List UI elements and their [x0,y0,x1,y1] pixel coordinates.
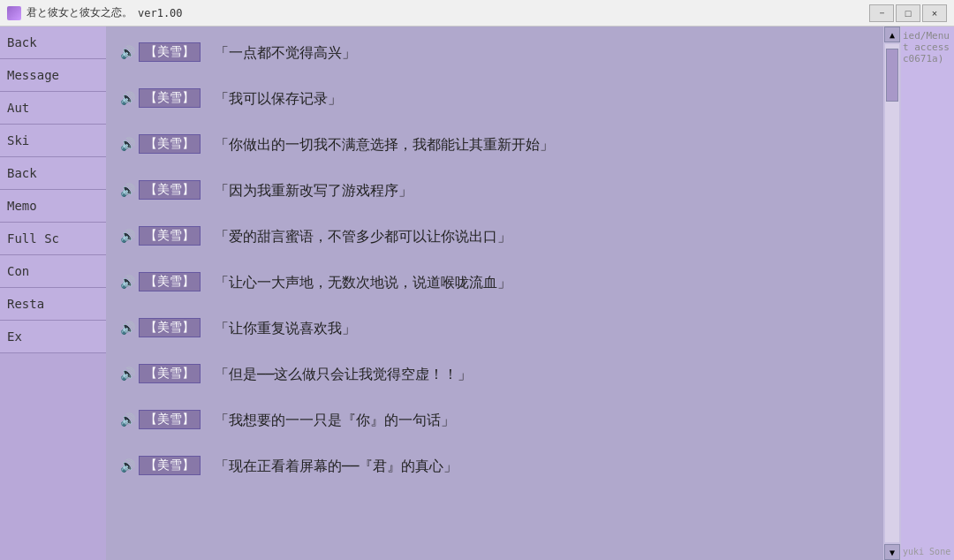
main-dialog-area: 🔊【美雪】「一点都不觉得高兴」🔊【美雪】「我可以保存记录」🔊【美雪】「你做出的一… [106,26,901,560]
dialog-line-2[interactable]: 🔊【美雪】「你做出的一切我不满意选择，我都能让其重新开始」 [106,125,901,171]
sidebar-item-config[interactable]: Con [0,255,106,288]
minimize-button[interactable]: － [869,4,894,22]
dialog-line-1[interactable]: 🔊【美雪】「我可以保存记录」 [106,79,901,125]
dialog-line-9[interactable]: 🔊【美雪】「现在正看着屏幕的──『君』的真心」 [106,447,901,493]
speaker-block-8: 🔊【美雪】 [120,410,201,429]
sound-icon-9[interactable]: 🔊 [120,458,135,473]
dialog-text-7: 「但是──这么做只会让我觉得空虚！！」 [201,364,887,385]
app-version: ver1.00 [138,7,183,19]
sound-icon-2[interactable]: 🔊 [120,137,135,151]
speaker-name-0: 【美雪】 [139,42,201,62]
speaker-block-7: 🔊【美雪】 [120,364,201,383]
dialog-text-0: 「一点都不觉得高兴」 [201,42,887,64]
dialog-text-9: 「现在正看着屏幕的──『君』的真心」 [201,456,887,477]
speaker-block-0: 🔊【美雪】 [120,42,201,62]
title-bar-controls: － □ × [869,4,947,22]
sidebar-item-restart[interactable]: Resta [0,288,106,321]
app-icon [7,6,21,20]
speaker-block-5: 🔊【美雪】 [120,272,201,291]
sound-icon-6[interactable]: 🔊 [120,321,135,335]
title-bar: 君と彼女と彼女之恋。 ver1.00 － □ × [0,0,954,26]
dialog-line-6[interactable]: 🔊【美雪】「让你重复说喜欢我」 [106,309,901,355]
sound-icon-0[interactable]: 🔊 [120,45,135,59]
sidebar-item-fullscreen[interactable]: Full Sc [0,223,106,255]
speaker-block-2: 🔊【美雪】 [120,134,201,154]
dialog-list[interactable]: 🔊【美雪】「一点都不觉得高兴」🔊【美雪】「我可以保存记录」🔊【美雪】「你做出的一… [106,26,901,560]
scroll-down-button[interactable]: ▼ [884,544,900,560]
dialog-text-1: 「我可以保存记录」 [201,88,887,110]
dialog-text-8: 「我想要的一一只是『你』的一句话」 [201,410,887,431]
sound-icon-5[interactable]: 🔊 [120,275,135,289]
dialog-line-8[interactable]: 🔊【美雪】「我想要的一一只是『你』的一句话」 [106,401,901,447]
speaker-name-5: 【美雪】 [139,272,201,291]
app-title: 君と彼女と彼女之恋。 [26,5,132,20]
sidebar-item-message[interactable]: Message [0,59,106,92]
sidebar: BackMessageAutSkiBackMemoFull ScConResta… [0,26,106,560]
dialog-text-3: 「因为我重新改写了游戏程序」 [201,180,887,201]
scrollbar-thumb[interactable] [886,49,898,102]
speaker-name-8: 【美雪】 [139,410,201,429]
scrollbar-track[interactable] [885,44,899,542]
sidebar-item-auto[interactable]: Aut [0,92,106,125]
dialog-line-3[interactable]: 🔊【美雪】「因为我重新改写了游戏程序」 [106,171,901,217]
sidebar-item-skip[interactable]: Ski [0,125,106,157]
speaker-name-4: 【美雪】 [139,226,201,246]
speaker-block-3: 🔊【美雪】 [120,180,201,200]
sidebar-item-exit[interactable]: Ex [0,321,106,353]
close-button[interactable]: × [922,4,947,22]
right-panel-bottom-text: yuki Sone [901,543,954,560]
sidebar-item-memo[interactable]: Memo [0,190,106,223]
dialog-text-5: 「让心一大声地，无数次地说，说道喉咙流血」 [201,272,887,293]
sidebar-item-backlog[interactable]: Back [0,157,106,190]
title-bar-left: 君と彼女と彼女之恋。 ver1.00 [7,5,183,20]
sound-icon-7[interactable]: 🔊 [120,367,135,381]
dialog-line-5[interactable]: 🔊【美雪】「让心一大声地，无数次地说，说道喉咙流血」 [106,263,901,309]
sidebar-item-back[interactable]: Back [0,26,106,59]
speaker-name-7: 【美雪】 [139,364,201,383]
speaker-block-1: 🔊【美雪】 [120,88,201,108]
speaker-block-4: 🔊【美雪】 [120,226,201,246]
dialog-line-4[interactable]: 🔊【美雪】「爱的甜言蜜语，不管多少都可以让你说出口」 [106,217,901,263]
maximize-button[interactable]: □ [896,4,920,22]
dialog-line-0[interactable]: 🔊【美雪】「一点都不觉得高兴」 [106,34,901,79]
speaker-block-9: 🔊【美雪】 [120,456,201,475]
right-panel: ied/Menut accessc0671a) yuki Sone [901,26,954,560]
speaker-name-2: 【美雪】 [139,134,201,154]
speaker-name-6: 【美雪】 [139,318,201,337]
dialog-text-2: 「你做出的一切我不满意选择，我都能让其重新开始」 [201,134,887,155]
sound-icon-3[interactable]: 🔊 [120,183,135,197]
dialog-text-6: 「让你重复说喜欢我」 [201,318,887,339]
scroll-up-button[interactable]: ▲ [884,26,900,42]
sound-icon-4[interactable]: 🔊 [120,229,135,243]
sound-icon-8[interactable]: 🔊 [120,412,135,427]
speaker-name-3: 【美雪】 [139,180,201,200]
dialog-line-7[interactable]: 🔊【美雪】「但是──这么做只会让我觉得空虚！！」 [106,355,901,401]
scrollbar[interactable]: ▲ ▼ [883,26,901,560]
speaker-block-6: 🔊【美雪】 [120,318,201,337]
dialog-text-4: 「爱的甜言蜜语，不管多少都可以让你说出口」 [201,226,887,247]
right-panel-text: ied/Menut accessc0671a) [901,26,954,68]
speaker-name-1: 【美雪】 [139,88,201,108]
sound-icon-1[interactable]: 🔊 [120,91,135,105]
speaker-name-9: 【美雪】 [139,456,201,475]
